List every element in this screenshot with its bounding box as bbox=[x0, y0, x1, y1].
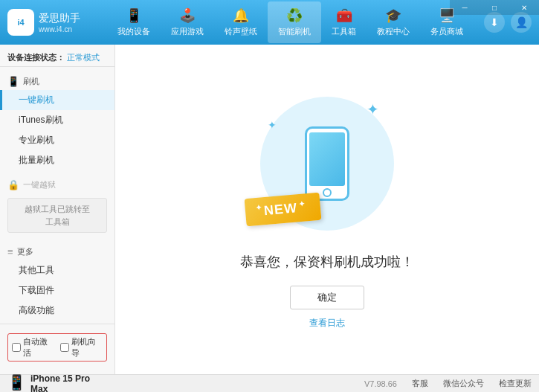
phone-body bbox=[305, 126, 349, 201]
main-panel: ✦ ✦ NEW 恭喜您，保资料刷机成功啦！ 确定 查看日志 bbox=[115, 45, 539, 374]
auto-activate-row: 自动激活 刷机向导 bbox=[7, 333, 107, 362]
flash-guide-checkbox[interactable] bbox=[60, 343, 69, 352]
flash-section: 📱 刷机 一键刷机 iTunes刷机 专业刷机 批量刷机 bbox=[0, 70, 114, 173]
nav-smart-flash[interactable]: ♻️ 智能刷机 bbox=[268, 1, 321, 43]
success-text: 恭喜您，保资料刷机成功啦！ bbox=[240, 253, 414, 271]
more-icon: ≡ bbox=[7, 246, 13, 257]
sidebar-bottom: 自动激活 刷机向导 📱 iPhone 15 Pro Max 512GB bbox=[0, 324, 114, 392]
content-area: 设备连接状态： 正常模式 📱 刷机 一键刷机 iTunes刷机 专业刷机 批量刷… bbox=[0, 45, 539, 374]
sidebar-item-one-key-flash[interactable]: 一键刷机 bbox=[0, 90, 114, 110]
footer-item-homepage[interactable]: 客服 bbox=[412, 378, 428, 389]
sidebar-item-itunes-flash[interactable]: iTunes刷机 bbox=[0, 110, 114, 130]
download-button[interactable]: ⬇ bbox=[484, 12, 505, 33]
sidebar-item-batch-flash[interactable]: 批量刷机 bbox=[0, 150, 114, 170]
flash-nav-icon: ♻️ bbox=[286, 7, 303, 24]
logo-text: 爱思助手 www.i4.cn bbox=[39, 11, 80, 33]
app-nav-icon: 🕹️ bbox=[179, 7, 196, 24]
sparkle-icon: ✦ bbox=[367, 100, 379, 118]
nav-tutorial[interactable]: 🎓 教程中心 bbox=[367, 1, 420, 43]
lock-icon: 🔒 bbox=[7, 179, 19, 190]
jailbreak-section-header: 🔒 一键越狱 bbox=[0, 176, 114, 193]
minimize-button[interactable]: ─ bbox=[450, 0, 480, 15]
user-button[interactable]: 👤 bbox=[511, 12, 532, 33]
auto-activate-checkbox[interactable] bbox=[12, 343, 21, 352]
flash-guide-label[interactable]: 刷机向导 bbox=[60, 336, 103, 359]
nav-my-device[interactable]: 📱 我的设备 bbox=[107, 1, 161, 43]
phone-screen bbox=[309, 132, 345, 186]
device-phone-icon: 📱 bbox=[7, 373, 26, 391]
device-nav-icon: 📱 bbox=[126, 7, 142, 24]
auto-activate-label[interactable]: 自动激活 bbox=[12, 336, 54, 359]
more-section-header[interactable]: ≡ 更多 bbox=[0, 243, 114, 260]
flash-section-icon: 📱 bbox=[7, 76, 19, 87]
confirm-button[interactable]: 确定 bbox=[290, 286, 364, 309]
nav-toolbox[interactable]: 🧰 工具箱 bbox=[321, 1, 367, 43]
nav-ringtones[interactable]: 🔔 铃声壁纸 bbox=[214, 1, 268, 43]
phone-home-button bbox=[323, 188, 332, 197]
success-illustration: ✦ ✦ NEW bbox=[253, 89, 401, 238]
device-info: 📱 iPhone 15 Pro Max 512GB iPhone bbox=[0, 370, 114, 392]
jailbreak-section: 🔒 一键越狱 越狱工具已跳转至工具箱 bbox=[0, 173, 114, 240]
status-bar: 设备连接状态： 正常模式 bbox=[0, 49, 114, 67]
maximize-button[interactable]: □ bbox=[480, 0, 509, 15]
tutorial-nav-icon: 🎓 bbox=[385, 7, 401, 24]
sidebar-item-advanced[interactable]: 高级功能 bbox=[0, 301, 114, 321]
sidebar-item-download-firmware[interactable]: 下载固件 bbox=[0, 280, 114, 301]
sidebar: 设备连接状态： 正常模式 📱 刷机 一键刷机 iTunes刷机 专业刷机 批量刷… bbox=[0, 45, 115, 374]
more-section: ≡ 更多 其他工具 下载固件 高级功能 bbox=[0, 240, 114, 324]
sidebar-item-other-tools[interactable]: 其他工具 bbox=[0, 260, 114, 280]
nav-items: 📱 我的设备 🕹️ 应用游戏 🔔 铃声壁纸 ♻️ 智能刷机 🧰 工具箱 🎓 bbox=[97, 1, 484, 43]
device-section: 自动激活 刷机向导 bbox=[0, 329, 114, 370]
toolbox-nav-icon: 🧰 bbox=[336, 7, 352, 24]
sidebar-item-pro-flash[interactable]: 专业刷机 bbox=[0, 130, 114, 150]
footer-item-check-update[interactable]: 检查更新 bbox=[499, 378, 532, 389]
flash-section-header[interactable]: 📱 刷机 bbox=[0, 73, 114, 90]
window-controls: ─ □ ✕ bbox=[450, 0, 539, 15]
view-log-link[interactable]: 查看日志 bbox=[309, 317, 345, 330]
device-details: iPhone 15 Pro Max 512GB iPhone bbox=[30, 373, 107, 392]
logo-area[interactable]: i4 爱思助手 www.i4.cn bbox=[7, 9, 82, 36]
footer-item-wechat[interactable]: 微信公众号 bbox=[443, 378, 484, 389]
ringtone-nav-icon: 🔔 bbox=[233, 7, 249, 24]
close-button[interactable]: ✕ bbox=[509, 0, 539, 15]
nav-app-games[interactable]: 🕹️ 应用游戏 bbox=[161, 1, 214, 43]
top-right-buttons: ⬇ 👤 bbox=[484, 12, 532, 33]
sparkle-icon-2: ✦ bbox=[268, 119, 277, 131]
notice-box: 越狱工具已跳转至工具箱 bbox=[7, 198, 107, 233]
logo-icon: i4 bbox=[7, 9, 34, 36]
